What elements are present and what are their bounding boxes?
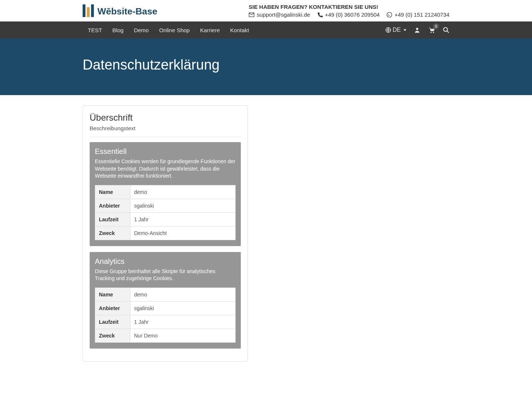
contact-heading: SIE HABEN FRAGEN? KONTAKTIEREN SIE UNS! bbox=[249, 4, 449, 10]
svg-line-10 bbox=[447, 31, 449, 33]
main-content: Überschrift Beschreibungstext Essentiell… bbox=[0, 95, 532, 384]
value-name: demo bbox=[130, 288, 236, 301]
cart-badge: 0 bbox=[433, 23, 439, 29]
value-provider: sgalinski bbox=[130, 199, 236, 212]
nav-item-test[interactable]: TEST bbox=[83, 22, 107, 38]
panel-title: Überschrift bbox=[90, 112, 241, 123]
label-purpose: Zweck bbox=[95, 226, 130, 240]
group-desc: Diese Gruppe beinhaltet alle Skripte für… bbox=[95, 268, 236, 282]
nav-item-karriere[interactable]: Karriere bbox=[195, 22, 225, 38]
table-row: Name demo bbox=[95, 288, 236, 301]
svg-point-6 bbox=[416, 28, 418, 30]
nav-item-kontakt[interactable]: Kontakt bbox=[225, 22, 254, 38]
svg-text:Wēbsite-Base: Wēbsite-Base bbox=[97, 6, 157, 16]
label-provider: Anbieter bbox=[95, 199, 130, 212]
nav-item-shop[interactable]: Online Shop bbox=[154, 22, 195, 38]
svg-point-8 bbox=[433, 32, 434, 33]
svg-rect-0 bbox=[83, 4, 86, 17]
topbar: Wēbsite-Base SIE HABEN FRAGEN? KONTAKTIE… bbox=[0, 0, 532, 21]
lang-label: DE bbox=[393, 27, 401, 33]
cookie-table: Name demo Anbieter sgalinski Laufzeit 1 … bbox=[95, 288, 236, 343]
label-name: Name bbox=[95, 185, 130, 199]
label-duration: Laufzeit bbox=[95, 212, 130, 226]
value-duration: 1 Jahr bbox=[130, 315, 236, 329]
svg-point-7 bbox=[430, 32, 432, 33]
privacy-panel: Überschrift Beschreibungstext Essentiell… bbox=[83, 105, 248, 362]
value-provider: sgalinski bbox=[130, 301, 236, 315]
table-row: Anbieter sgalinski bbox=[95, 301, 236, 315]
svg-point-4 bbox=[387, 12, 392, 17]
contact-block: SIE HABEN FRAGEN? KONTAKTIEREN SIE UNS! … bbox=[249, 4, 449, 18]
user-icon[interactable] bbox=[414, 27, 420, 33]
nav-links: TEST Blog Demo Online Shop Karriere Kont… bbox=[83, 22, 254, 38]
page-title: Datenschutzerklärung bbox=[83, 57, 449, 73]
search-icon[interactable] bbox=[443, 27, 449, 33]
cart-icon[interactable]: 0 bbox=[428, 26, 435, 34]
svg-rect-2 bbox=[91, 4, 94, 17]
divider bbox=[90, 137, 241, 137]
navbar: TEST Blog Demo Online Shop Karriere Kont… bbox=[0, 21, 532, 38]
logo-link[interactable]: Wēbsite-Base bbox=[83, 4, 167, 18]
nav-tools: DE 0 bbox=[385, 26, 449, 34]
cookie-table: Name demo Anbieter sgalinski Laufzeit 1 … bbox=[95, 185, 236, 240]
email-link[interactable]: support@sgalinski.de bbox=[249, 11, 310, 18]
cookie-group-analytics: Analytics Diese Gruppe beinhaltet alle S… bbox=[90, 252, 241, 349]
group-desc: Essentielle Cookies werden für grundlege… bbox=[95, 158, 236, 180]
table-row: Laufzeit 1 Jahr bbox=[95, 212, 236, 226]
table-row: Zweck Demo-Ansicht bbox=[95, 226, 236, 240]
table-row: Laufzeit 1 Jahr bbox=[95, 315, 236, 329]
label-provider: Anbieter bbox=[95, 301, 130, 315]
table-row: Name demo bbox=[95, 185, 236, 199]
label-name: Name bbox=[95, 288, 130, 301]
email-text: support@sgalinski.de bbox=[257, 11, 310, 18]
whatsapp-icon bbox=[386, 12, 392, 18]
phone1-text: +49 (0) 36076 209504 bbox=[325, 11, 380, 18]
value-duration: 1 Jahr bbox=[130, 212, 236, 226]
language-switcher[interactable]: DE bbox=[385, 27, 406, 33]
caret-down-icon bbox=[403, 29, 406, 31]
envelope-icon bbox=[249, 12, 255, 18]
svg-rect-1 bbox=[87, 7, 90, 17]
phone2-text: +49 (0) 151 21240734 bbox=[395, 11, 449, 18]
panel-desc: Beschreibungstext bbox=[90, 125, 241, 131]
table-row: Anbieter sgalinski bbox=[95, 199, 236, 212]
nav-item-blog[interactable]: Blog bbox=[107, 22, 129, 38]
nav-item-demo[interactable]: Demo bbox=[129, 22, 154, 38]
value-purpose: Nur Demo bbox=[130, 329, 236, 342]
phone-link[interactable]: +49 (0) 36076 209504 bbox=[317, 11, 380, 18]
logo-icon: Wēbsite-Base bbox=[83, 4, 167, 18]
group-title: Essentiell bbox=[95, 147, 236, 156]
phone-icon bbox=[317, 12, 323, 18]
whatsapp-link[interactable]: +49 (0) 151 21240734 bbox=[386, 11, 449, 18]
label-duration: Laufzeit bbox=[95, 315, 130, 329]
globe-icon bbox=[385, 27, 391, 33]
table-row: Zweck Nur Demo bbox=[95, 329, 236, 342]
value-purpose: Demo-Ansicht bbox=[130, 226, 236, 240]
hero: Datenschutzerklärung bbox=[0, 38, 532, 95]
cookie-group-essential: Essentiell Essentielle Cookies werden fü… bbox=[90, 142, 241, 246]
label-purpose: Zweck bbox=[95, 329, 130, 342]
value-name: demo bbox=[130, 185, 236, 199]
group-title: Analytics bbox=[95, 257, 236, 266]
svg-point-9 bbox=[443, 27, 448, 31]
